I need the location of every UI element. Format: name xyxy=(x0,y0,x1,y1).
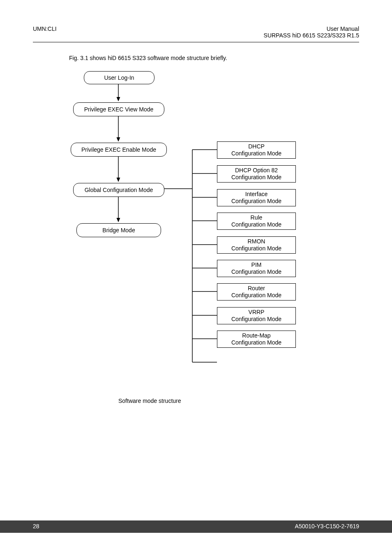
node-rmon-config: RMON Configuration Mode xyxy=(217,236,296,254)
page-header: UMN:CLI User Manual SURPASS hiD 6615 S22… xyxy=(0,0,392,39)
footer-page-number: 28 xyxy=(33,523,39,530)
node-rmon-l2: Configuration Mode xyxy=(231,245,281,252)
intro-text: Fig. 3.1 shows hiD 6615 S323 software mo… xyxy=(69,55,392,61)
mode-structure-diagram: User Log-In Privilege EXEC View Mode Pri… xyxy=(69,69,303,373)
header-right-line2: SURPASS hiD 6615 S223/S323 R1.5 xyxy=(264,32,359,39)
node-dhcp-l2: Configuration Mode xyxy=(231,150,281,157)
node-dhcp82-config: DHCP Option 82 Configuration Mode xyxy=(217,165,296,183)
figure-caption: Software mode structure xyxy=(118,398,392,404)
node-router-config: Router Configuration Mode xyxy=(217,283,296,301)
node-rule-l1: Rule xyxy=(251,214,263,222)
node-global-config: Global Configuration Mode xyxy=(73,183,164,197)
node-rmon-l1: RMON xyxy=(248,238,265,245)
node-rule-config: Rule Configuration Mode xyxy=(217,213,296,230)
node-priv-exec-enable: Privilege EXEC Enable Mode xyxy=(71,143,167,157)
node-pim-l1: PIM xyxy=(251,261,262,269)
node-router-l2: Configuration Mode xyxy=(231,292,281,299)
node-priv-enable-label: Privilege EXEC Enable Mode xyxy=(81,146,156,153)
node-iface-l2: Configuration Mode xyxy=(231,198,281,205)
node-dhcp-l1: DHCP xyxy=(248,143,265,150)
node-priv-view-label: Privilege EXEC View Mode xyxy=(84,106,154,113)
node-routemap-l1: Route-Map xyxy=(242,332,270,340)
node-bridge-mode: Bridge Mode xyxy=(76,223,161,237)
node-global-config-label: Global Configuration Mode xyxy=(85,187,153,193)
node-router-l1: Router xyxy=(248,285,265,292)
node-pim-l2: Configuration Mode xyxy=(231,268,281,276)
node-user-login: User Log-In xyxy=(84,71,154,84)
node-dhcp-config: DHCP Configuration Mode xyxy=(217,141,296,159)
node-pim-config: PIM Configuration Mode xyxy=(217,260,296,277)
node-interface-config: Interface Configuration Mode xyxy=(217,189,296,206)
header-rule xyxy=(33,42,359,42)
node-iface-l1: Interface xyxy=(245,191,267,198)
node-routemap-config: Route-Map Configuration Mode xyxy=(217,331,296,348)
node-dhcp82-l1: DHCP Option 82 xyxy=(235,167,278,174)
header-right-line1: User Manual xyxy=(264,25,359,32)
node-user-login-label: User Log-In xyxy=(104,74,134,81)
node-vrrp-config: VRRP Configuration Mode xyxy=(217,307,296,324)
node-bridge-label: Bridge Mode xyxy=(102,227,135,234)
node-vrrp-l2: Configuration Mode xyxy=(231,316,281,323)
page-footer: 28 A50010-Y3-C150-2-7619 xyxy=(33,523,359,530)
header-left: UMN:CLI xyxy=(33,25,57,39)
node-priv-exec-view: Privilege EXEC View Mode xyxy=(73,102,164,116)
node-vrrp-l1: VRRP xyxy=(249,309,265,316)
header-right: User Manual SURPASS hiD 6615 S223/S323 R… xyxy=(264,25,359,39)
node-rule-l2: Configuration Mode xyxy=(231,221,281,229)
node-routemap-l2: Configuration Mode xyxy=(231,339,281,347)
node-dhcp82-l2: Configuration Mode xyxy=(231,174,281,181)
footer-doc-id: A50010-Y3-C150-2-7619 xyxy=(295,523,359,530)
